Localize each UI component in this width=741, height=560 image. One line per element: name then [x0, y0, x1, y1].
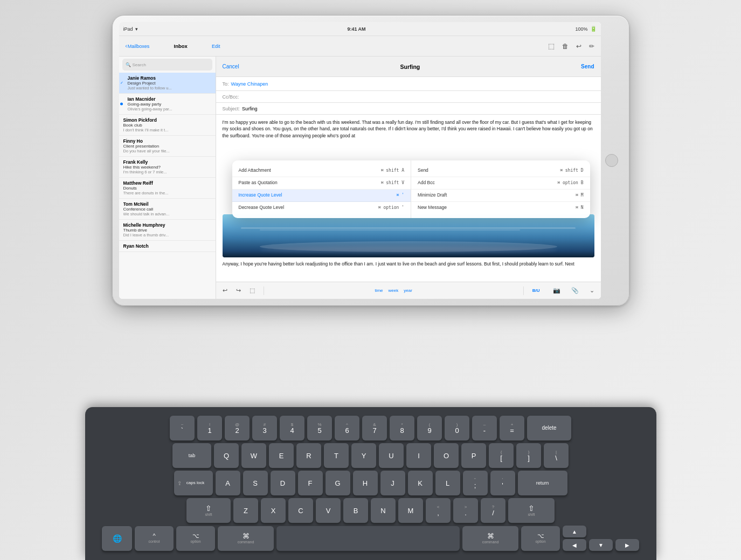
key-lbracket[interactable]: { [	[489, 443, 514, 468]
key-control[interactable]: ^ control	[135, 526, 174, 551]
edit-button[interactable]: Edit	[212, 44, 220, 49]
arrow-up-icon: ▲	[572, 529, 577, 535]
mail-item[interactable]: Matthew Reiff Donuts There are donuts in…	[119, 178, 216, 199]
key-y[interactable]: Y	[351, 443, 376, 468]
compose-icon[interactable]: ⬚	[548, 42, 555, 50]
paste-icon[interactable]: ⬚	[250, 287, 255, 294]
key-m[interactable]: M	[398, 498, 423, 523]
key-o[interactable]: O	[434, 443, 459, 468]
key-slash[interactable]: ? /	[481, 498, 505, 523]
key-4[interactable]: $ 4	[280, 416, 304, 440]
key-globe[interactable]: 🌐	[102, 526, 132, 551]
key-space[interactable]	[276, 526, 460, 551]
search-bar[interactable]: 🔍 Search	[122, 59, 212, 71]
mail-item[interactable]: Ian Macnider Going-away party Olivia's g…	[119, 94, 216, 115]
key-9[interactable]: ( 9	[417, 416, 442, 440]
key-s[interactable]: S	[243, 471, 268, 495]
mail-item[interactable]: Finny Ho Client presentation Do you have…	[119, 136, 216, 157]
toolbar-attachment-icon[interactable]: 📎	[571, 287, 579, 294]
key-2[interactable]: @ 2	[225, 416, 250, 440]
key-1[interactable]: ! 1	[197, 416, 222, 440]
key-5[interactable]: % 5	[307, 416, 332, 440]
key-l[interactable]: L	[435, 471, 460, 495]
key-tab[interactable]: tab	[172, 443, 211, 468]
key-b[interactable]: B	[343, 498, 368, 523]
key-return[interactable]: return	[518, 471, 567, 495]
key-f[interactable]: F	[298, 471, 323, 495]
compose-to-field[interactable]: To: Wayne Chinapen	[216, 77, 601, 91]
key-h[interactable]: H	[353, 471, 378, 495]
undo-icon[interactable]: ↩	[223, 287, 227, 294]
home-button[interactable]	[605, 154, 618, 167]
key-semicolon[interactable]: " ;	[463, 471, 488, 495]
key-command-left[interactable]: ⌘ command	[218, 526, 274, 551]
cancel-button[interactable]: Cancel	[223, 64, 239, 69]
send-button[interactable]: Send	[581, 64, 594, 69]
key-j[interactable]: J	[380, 471, 405, 495]
key-arrow-left[interactable]: ◀	[563, 539, 586, 551]
key-period[interactable]: > .	[453, 498, 478, 523]
mail-item[interactable]: Frank Kelly Hike this weekend? I'm think…	[119, 157, 216, 178]
key-g[interactable]: G	[326, 471, 350, 495]
mail-item[interactable]: Michelle Humphrey Thumb drive Did I leav…	[119, 220, 216, 241]
key-7[interactable]: & 7	[362, 416, 387, 440]
key-option-right[interactable]: ⌥ option	[521, 526, 560, 551]
key-v[interactable]: V	[316, 498, 341, 523]
back-button[interactable]: ‹ Mailboxes	[126, 43, 150, 49]
key-comma[interactable]: < ,	[426, 498, 451, 523]
key-rbracket[interactable]: } ]	[516, 443, 541, 468]
key-w[interactable]: W	[241, 443, 266, 468]
key-0[interactable]: ) 0	[445, 416, 469, 440]
key-arrow-up[interactable]: ▲	[563, 526, 586, 537]
key-u[interactable]: U	[379, 443, 404, 468]
key-q[interactable]: Q	[214, 443, 239, 468]
toolbar-time[interactable]: time	[375, 288, 383, 293]
key-caps-lock[interactable]: ⇪ caps lock	[174, 471, 213, 495]
key-quote[interactable]: ' '	[490, 471, 515, 495]
key-option-left[interactable]: ⌥ option	[176, 526, 215, 551]
key-shift-right[interactable]: ⇧ shift	[508, 498, 555, 523]
key-e[interactable]: E	[269, 443, 294, 468]
key-t[interactable]: T	[324, 443, 349, 468]
toolbar-year[interactable]: year	[404, 288, 412, 293]
key-a[interactable]: A	[216, 471, 240, 495]
key-equals[interactable]: + =	[500, 416, 524, 440]
toolbar-collapse-icon[interactable]: ⌄	[590, 287, 594, 294]
toolbar-camera-icon[interactable]: 📷	[553, 287, 560, 294]
key-i[interactable]: I	[406, 443, 431, 468]
key-z[interactable]: Z	[233, 498, 258, 523]
key-p[interactable]: P	[461, 443, 486, 468]
toolbar-bold-underline[interactable]: B/U	[532, 288, 540, 293]
key-backslash[interactable]: | \	[544, 443, 569, 468]
key-command-right[interactable]: ⌘ command	[462, 526, 518, 551]
key-6[interactable]: ^ 6	[335, 416, 359, 440]
trash-icon[interactable]: 🗑	[562, 43, 569, 50]
mail-item[interactable]: Simon Pickford Book club I don't think I…	[119, 115, 216, 136]
key-c[interactable]: C	[288, 498, 313, 523]
compose-cc-field[interactable]: Cc/Bcc:	[216, 91, 601, 103]
new-compose-icon[interactable]: ✏	[589, 43, 594, 50]
key-delete[interactable]: delete	[527, 416, 571, 440]
key-arrow-right[interactable]: ▶	[615, 539, 639, 551]
compose-body[interactable]: I'm so happy you were able to go to the …	[216, 115, 601, 282]
compose-subject-field[interactable]: Subject: Surfing	[216, 103, 601, 115]
key-n[interactable]: N	[371, 498, 396, 523]
key-8[interactable]: * 8	[390, 416, 414, 440]
mail-list: ✓ Janie Ramos Design Project Just wanted…	[119, 73, 216, 252]
toolbar-week[interactable]: week	[389, 288, 399, 293]
key-x[interactable]: X	[261, 498, 286, 523]
reply-icon[interactable]: ↩	[576, 43, 581, 50]
key-arrow-down[interactable]: ▼	[589, 539, 613, 551]
key-r[interactable]: R	[296, 443, 321, 468]
redo-icon[interactable]: ↪	[236, 287, 241, 294]
mail-item[interactable]: Ryan Notch	[119, 241, 216, 252]
key-d[interactable]: D	[271, 471, 295, 495]
compose-header: Cancel Surfing Send	[216, 57, 601, 77]
mail-item[interactable]: Tom McNeil Conference call We should tal…	[119, 199, 216, 220]
key-3[interactable]: # 3	[252, 416, 277, 440]
key-shift-left[interactable]: ⇧ shift	[186, 498, 231, 523]
key-minus[interactable]: – -	[472, 416, 497, 440]
key-backtick[interactable]: ~ `	[170, 416, 195, 440]
mail-item[interactable]: ✓ Janie Ramos Design Project Just wanted…	[119, 73, 216, 94]
key-k[interactable]: K	[408, 471, 433, 495]
